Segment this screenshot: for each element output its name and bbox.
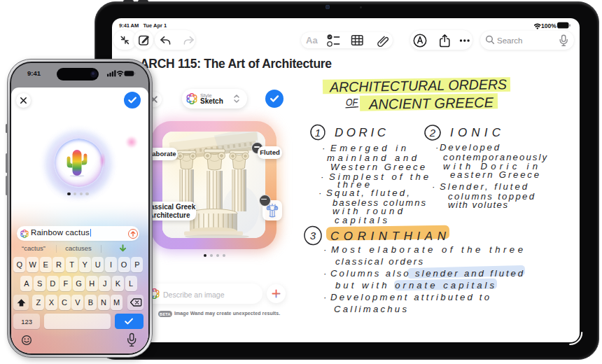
svg-text:baseless columns: baseless columns xyxy=(332,197,426,208)
svg-text:·: · xyxy=(318,188,321,198)
svg-text:3: 3 xyxy=(310,230,316,241)
svg-text:Most elaborate of the three: Most elaborate of the three xyxy=(331,244,523,255)
svg-text:·: · xyxy=(321,172,323,182)
svg-text:ANCIENT GREECE: ANCIENT GREECE xyxy=(368,94,494,112)
svg-text:·: · xyxy=(323,292,326,302)
svg-text:eastern Greece: eastern Greece xyxy=(450,169,539,180)
svg-text:·: · xyxy=(323,268,326,279)
svg-text:Columns also slender and flute: Columns also slender and fluted xyxy=(330,268,524,279)
svg-text:Slender, fluted: Slender, fluted xyxy=(440,181,528,192)
svg-text:·: · xyxy=(322,143,325,153)
svg-text:Western Greece: Western Greece xyxy=(330,162,425,172)
svg-text:classical orders: classical orders xyxy=(335,256,423,267)
svg-text:OF: OF xyxy=(346,96,358,108)
svg-text:ARCHITECTURAL ORDERS: ARCHITECTURAL ORDERS xyxy=(329,76,507,94)
svg-text:·: · xyxy=(435,142,438,153)
svg-text:DORIC: DORIC xyxy=(335,126,386,139)
svg-text:·: · xyxy=(432,181,435,192)
svg-text:·: · xyxy=(323,244,326,255)
svg-text:2: 2 xyxy=(429,127,436,139)
svg-text:Development attributed to: Development attributed to xyxy=(330,292,489,302)
svg-text:Callimachus: Callimachus xyxy=(334,304,407,314)
svg-text:1: 1 xyxy=(315,127,321,139)
svg-text:IONIC: IONIC xyxy=(450,126,501,139)
svg-text:with volutes: with volutes xyxy=(448,200,507,210)
